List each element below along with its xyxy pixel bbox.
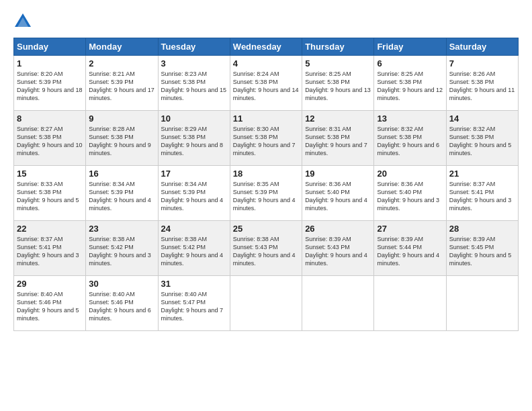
cell-info: Sunrise: 8:31 AMSunset: 5:38 PMDaylight:…: [305, 125, 371, 158]
cell-info: Sunrise: 8:40 AMSunset: 5:46 PMDaylight:…: [89, 290, 154, 323]
day-number: 26: [305, 224, 371, 234]
cell-info: Sunrise: 8:23 AMSunset: 5:38 PMDaylight:…: [161, 70, 227, 103]
cell-info: Sunrise: 8:32 AMSunset: 5:38 PMDaylight:…: [377, 125, 443, 158]
calendar-cell: 20Sunrise: 8:36 AMSunset: 5:40 PMDayligh…: [374, 166, 446, 221]
day-number: 30: [89, 279, 154, 289]
calendar-cell: 22Sunrise: 8:37 AMSunset: 5:41 PMDayligh…: [14, 221, 86, 276]
day-number: 22: [17, 224, 83, 234]
header-saturday: Saturday: [446, 38, 518, 56]
calendar-cell: 12Sunrise: 8:31 AMSunset: 5:38 PMDayligh…: [302, 111, 374, 166]
day-number: 1: [17, 58, 83, 68]
page: SundayMondayTuesdayWednesdayThursdayFrid…: [0, 0, 532, 411]
day-number: 10: [161, 113, 227, 124]
calendar-cell: 15Sunrise: 8:33 AMSunset: 5:38 PMDayligh…: [14, 166, 86, 221]
cell-info: Sunrise: 8:38 AMSunset: 5:42 PMDaylight:…: [89, 235, 154, 268]
header-monday: Monday: [86, 38, 158, 56]
calendar-cell: 25Sunrise: 8:38 AMSunset: 5:43 PMDayligh…: [230, 221, 302, 276]
calendar-cell: 7Sunrise: 8:26 AMSunset: 5:38 PMDaylight…: [446, 56, 518, 111]
day-number: 23: [89, 224, 154, 234]
calendar-cell: 9Sunrise: 8:28 AMSunset: 5:38 PMDaylight…: [86, 111, 158, 166]
calendar-cell: 27Sunrise: 8:39 AMSunset: 5:44 PMDayligh…: [374, 221, 446, 276]
cell-info: Sunrise: 8:33 AMSunset: 5:38 PMDaylight:…: [17, 180, 83, 213]
calendar-cell: 8Sunrise: 8:27 AMSunset: 5:38 PMDaylight…: [14, 111, 86, 166]
day-number: 27: [377, 224, 443, 234]
day-number: 18: [233, 169, 299, 179]
cell-info: Sunrise: 8:35 AMSunset: 5:39 PMDaylight:…: [233, 180, 299, 213]
calendar-cell: 5Sunrise: 8:25 AMSunset: 5:38 PMDaylight…: [302, 56, 374, 111]
calendar-cell: 21Sunrise: 8:37 AMSunset: 5:41 PMDayligh…: [446, 166, 518, 221]
cell-info: Sunrise: 8:38 AMSunset: 5:43 PMDaylight:…: [233, 235, 299, 268]
day-number: 29: [17, 279, 83, 289]
day-number: 21: [449, 169, 515, 179]
calendar-cell: 3Sunrise: 8:23 AMSunset: 5:38 PMDaylight…: [158, 56, 230, 111]
cell-info: Sunrise: 8:40 AMSunset: 5:47 PMDaylight:…: [161, 290, 227, 323]
header-tuesday: Tuesday: [158, 38, 230, 56]
cell-info: Sunrise: 8:25 AMSunset: 5:38 PMDaylight:…: [377, 70, 443, 103]
calendar-cell: 24Sunrise: 8:38 AMSunset: 5:42 PMDayligh…: [158, 221, 230, 276]
cell-info: Sunrise: 8:34 AMSunset: 5:39 PMDaylight:…: [161, 180, 227, 213]
calendar-cell: 2Sunrise: 8:21 AMSunset: 5:39 PMDaylight…: [86, 56, 158, 111]
cell-info: Sunrise: 8:36 AMSunset: 5:40 PMDaylight:…: [377, 180, 443, 213]
cell-info: Sunrise: 8:26 AMSunset: 5:38 PMDaylight:…: [449, 70, 515, 103]
day-number: 19: [305, 169, 371, 179]
calendar-cell: 29Sunrise: 8:40 AMSunset: 5:46 PMDayligh…: [14, 276, 86, 331]
cell-info: Sunrise: 8:39 AMSunset: 5:43 PMDaylight:…: [305, 235, 371, 268]
day-number: 7: [449, 58, 515, 68]
cell-info: Sunrise: 8:30 AMSunset: 5:38 PMDaylight:…: [233, 125, 299, 158]
day-number: 31: [161, 279, 227, 289]
cell-info: Sunrise: 8:36 AMSunset: 5:40 PMDaylight:…: [305, 180, 371, 213]
day-number: 11: [233, 113, 299, 124]
calendar-row-2: 15Sunrise: 8:33 AMSunset: 5:38 PMDayligh…: [14, 166, 519, 221]
day-number: 20: [377, 169, 443, 179]
calendar-row-4: 29Sunrise: 8:40 AMSunset: 5:46 PMDayligh…: [14, 276, 519, 331]
calendar-cell: 30Sunrise: 8:40 AMSunset: 5:46 PMDayligh…: [86, 276, 158, 331]
day-number: 24: [161, 224, 227, 234]
day-number: 9: [89, 113, 154, 124]
day-number: 6: [377, 58, 443, 68]
calendar-cell: 19Sunrise: 8:36 AMSunset: 5:40 PMDayligh…: [302, 166, 374, 221]
cell-info: Sunrise: 8:37 AMSunset: 5:41 PMDaylight:…: [449, 180, 515, 213]
day-number: 4: [233, 58, 299, 68]
day-number: 8: [17, 113, 83, 124]
logo-icon: [13, 12, 32, 31]
calendar-cell: 18Sunrise: 8:35 AMSunset: 5:39 PMDayligh…: [230, 166, 302, 221]
day-number: 5: [305, 58, 371, 68]
cell-info: Sunrise: 8:38 AMSunset: 5:42 PMDaylight:…: [161, 235, 227, 268]
day-number: 14: [449, 113, 515, 124]
calendar-cell: 17Sunrise: 8:34 AMSunset: 5:39 PMDayligh…: [158, 166, 230, 221]
calendar-row-3: 22Sunrise: 8:37 AMSunset: 5:41 PMDayligh…: [14, 221, 519, 276]
header-friday: Friday: [374, 38, 446, 56]
day-number: 3: [161, 58, 227, 68]
calendar-cell: [230, 276, 302, 331]
cell-info: Sunrise: 8:40 AMSunset: 5:46 PMDaylight:…: [17, 290, 83, 323]
cell-info: Sunrise: 8:24 AMSunset: 5:38 PMDaylight:…: [233, 70, 299, 103]
cell-info: Sunrise: 8:34 AMSunset: 5:39 PMDaylight:…: [89, 180, 154, 213]
calendar-cell: 31Sunrise: 8:40 AMSunset: 5:47 PMDayligh…: [158, 276, 230, 331]
calendar-cell: [374, 276, 446, 331]
calendar-cell: 23Sunrise: 8:38 AMSunset: 5:42 PMDayligh…: [86, 221, 158, 276]
cell-info: Sunrise: 8:39 AMSunset: 5:44 PMDaylight:…: [377, 235, 443, 268]
cell-info: Sunrise: 8:21 AMSunset: 5:39 PMDaylight:…: [89, 70, 154, 103]
calendar-cell: 11Sunrise: 8:30 AMSunset: 5:38 PMDayligh…: [230, 111, 302, 166]
calendar-cell: 16Sunrise: 8:34 AMSunset: 5:39 PMDayligh…: [86, 166, 158, 221]
day-number: 13: [377, 113, 443, 124]
calendar-cell: 28Sunrise: 8:39 AMSunset: 5:45 PMDayligh…: [446, 221, 518, 276]
header: [13, 12, 519, 31]
day-number: 12: [305, 113, 371, 124]
calendar-cell: [302, 276, 374, 331]
calendar-cell: 1Sunrise: 8:20 AMSunset: 5:39 PMDaylight…: [14, 56, 86, 111]
calendar-cell: 10Sunrise: 8:29 AMSunset: 5:38 PMDayligh…: [158, 111, 230, 166]
day-number: 17: [161, 169, 227, 179]
day-number: 28: [449, 224, 515, 234]
calendar-cell: 13Sunrise: 8:32 AMSunset: 5:38 PMDayligh…: [374, 111, 446, 166]
cell-info: Sunrise: 8:27 AMSunset: 5:38 PMDaylight:…: [17, 125, 83, 158]
calendar-header-row: SundayMondayTuesdayWednesdayThursdayFrid…: [14, 38, 519, 56]
cell-info: Sunrise: 8:25 AMSunset: 5:38 PMDaylight:…: [305, 70, 371, 103]
calendar-cell: 6Sunrise: 8:25 AMSunset: 5:38 PMDaylight…: [374, 56, 446, 111]
day-number: 15: [17, 169, 83, 179]
day-number: 2: [89, 58, 154, 68]
calendar-cell: 14Sunrise: 8:32 AMSunset: 5:38 PMDayligh…: [446, 111, 518, 166]
calendar-row-0: 1Sunrise: 8:20 AMSunset: 5:39 PMDaylight…: [14, 56, 519, 111]
header-wednesday: Wednesday: [230, 38, 302, 56]
calendar-row-1: 8Sunrise: 8:27 AMSunset: 5:38 PMDaylight…: [14, 111, 519, 166]
